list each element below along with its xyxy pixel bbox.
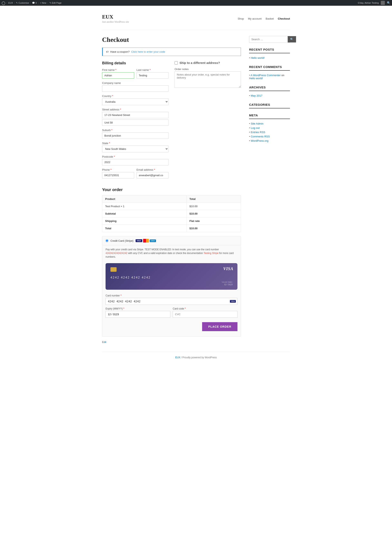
cvc-field: Card code * — [173, 307, 238, 318]
site-footer: EUX / Proudly powered by WordPress — [102, 352, 290, 363]
plus-icon: + — [40, 2, 41, 4]
cc-card-visual: VISA 4242 4242 4242 4242 VALID THRU 12 /… — [105, 263, 238, 290]
card-number-input[interactable] — [105, 298, 238, 305]
order-table: Product Total Test Product × 1 $10.00 — [102, 195, 241, 232]
recent-comments-list: A WordPress Commenter on Hello world! — [249, 73, 290, 80]
expiry-input[interactable] — [105, 311, 170, 318]
search-input[interactable] — [249, 36, 288, 42]
cc-visa-logo: VISA — [223, 266, 233, 271]
edit-page-link[interactable]: Edit — [102, 341, 241, 344]
street2-input[interactable] — [102, 119, 168, 126]
last-name-field: Last name * — [137, 68, 169, 79]
postcode-label: Postcode * — [102, 155, 168, 158]
admin-bar-avatar — [381, 1, 385, 5]
country-select[interactable]: Australia — [102, 98, 168, 105]
mastercard-badge — [143, 239, 149, 243]
ship-different-checkbox[interactable] — [175, 61, 178, 64]
admin-bar-customize[interactable]: ✎ Customise — [16, 2, 29, 4]
recent-comment-item: A WordPress Commenter on Hello world! — [249, 73, 290, 80]
cvc-input[interactable] — [173, 311, 238, 318]
amex-badge: AMEX — [150, 239, 156, 242]
site-admin-link[interactable]: Site Admin — [251, 122, 263, 125]
site-tagline: Just another WordPress site — [102, 21, 129, 23]
search-submit-button[interactable]: 🔍 — [288, 36, 296, 42]
street-input[interactable] — [102, 112, 168, 118]
coupon-link[interactable]: Click here to enter your code — [131, 50, 165, 53]
recent-posts-section: RECENT POSTS Hello world! — [249, 48, 290, 60]
admin-bar-new[interactable]: + New — [40, 2, 46, 4]
logout-link[interactable]: Log out — [251, 126, 259, 129]
admin-bar-sep4: | — [38, 2, 39, 4]
footer-site-link[interactable]: EUX — [175, 356, 180, 359]
recent-comments-section: RECENT COMMENTS A WordPress Commenter on… — [249, 65, 290, 80]
order-item-name: Test Product × 1 — [102, 203, 187, 210]
payment-radio[interactable] — [105, 239, 108, 242]
email-input[interactable] — [137, 172, 169, 178]
commenter-link[interactable]: A WordPress Commenter — [251, 74, 280, 77]
shipping-label: Shipping — [102, 217, 187, 225]
billing-title: Billing details — [102, 61, 168, 65]
comments-rss-link[interactable]: Comments RSS — [251, 135, 270, 138]
archive-item: May 2017 — [249, 93, 290, 98]
total-value: $10.00 — [186, 225, 241, 232]
last-name-input[interactable] — [137, 72, 169, 79]
card-badges: VISA AMEX — [136, 239, 156, 243]
meta-section: META Site Admin Log out Entries RSS Comm… — [249, 113, 290, 143]
archives-title: ARCHIVES — [249, 85, 290, 91]
archives-section: ARCHIVES May 2017 — [249, 85, 290, 98]
meta-item-entries-rss: Entries RSS — [249, 130, 290, 134]
meta-item-siteadmin: Site Admin — [249, 121, 290, 126]
meta-item-logout: Log out — [249, 126, 290, 130]
suburb-input[interactable] — [102, 132, 168, 139]
place-order-button[interactable]: PLACE ORDER — [202, 322, 238, 331]
card-number-label: Card number * — [105, 294, 238, 297]
site-title-link[interactable]: EUX — [102, 14, 113, 20]
total-label: Total — [102, 225, 187, 232]
postcode-input[interactable] — [102, 159, 168, 165]
admin-bar-search[interactable]: 🔍 — [387, 1, 390, 5]
company-input[interactable] — [102, 85, 168, 92]
wp-logo-icon[interactable]: ◯ — [2, 1, 5, 5]
phone-input[interactable] — [102, 172, 134, 178]
postcode-field: Postcode * — [102, 155, 168, 165]
main-content: Checkout 🏷 Have a coupon? Click here to … — [102, 36, 241, 344]
order-notes-input[interactable] — [175, 71, 241, 88]
your-order-section: Your order Product Total Test Product × … — [102, 188, 241, 232]
content-area: Checkout 🏷 Have a coupon? Click here to … — [102, 36, 290, 344]
admin-bar-site[interactable]: EUX — [8, 2, 13, 4]
state-label: State * — [102, 142, 168, 145]
admin-bar-edit-page[interactable]: ✎ Edit Page — [49, 2, 62, 4]
card-number-field: Card number * VISA — [105, 294, 238, 305]
nav-checkout[interactable]: Checkout — [278, 17, 290, 20]
payment-method-row: Credit Card (Stripe) VISA AMEX — [102, 237, 241, 245]
wordpress-link[interactable]: WordPress.org — [251, 139, 268, 142]
admin-bar-greeting[interactable]: G'day, Adrian Testing — [358, 2, 379, 4]
edit-icon: ✎ — [49, 2, 51, 4]
subtotal-value: $10.00 — [186, 210, 241, 217]
card-number-link[interactable]: 4242424242424242 — [105, 252, 127, 255]
nav-myaccount[interactable]: My account — [248, 17, 262, 20]
admin-bar-comments[interactable]: 💬 0 — [32, 2, 37, 4]
archive-link[interactable]: May 2017 — [251, 94, 262, 97]
recent-post-link[interactable]: Hello world! — [251, 56, 265, 59]
recent-posts-list: Hello world! — [249, 56, 290, 60]
coupon-text: Have a coupon? — [110, 50, 130, 53]
testing-stripe-link[interactable]: Testing Stripe — [203, 252, 218, 255]
site-nav: Shop My account Basket Checkout — [238, 17, 290, 20]
meta-item-comments-rss: Comments RSS — [249, 134, 290, 139]
first-name-label: First name * — [102, 68, 134, 71]
street-field: Street address * — [102, 108, 168, 126]
suburb-label: Suburb * — [102, 129, 168, 132]
stripe-info: Pay with your credit card via Stripe. TE… — [102, 245, 241, 261]
nav-basket[interactable]: Basket — [266, 17, 274, 20]
entries-rss-link[interactable]: Entries RSS — [251, 131, 265, 134]
email-field: Email address * — [137, 168, 169, 178]
cc-expiry-display: 12 / 3123 — [224, 283, 232, 285]
shipping-section: Ship to a different address? Order notes — [175, 61, 241, 181]
nav-shop[interactable]: Shop — [238, 17, 244, 20]
comment-post-link[interactable]: Hello world! — [249, 77, 263, 80]
first-name-input[interactable] — [102, 72, 134, 79]
col-product-header: Product — [102, 195, 187, 203]
state-select[interactable]: New South Wales — [102, 146, 168, 152]
payment-section: Credit Card (Stripe) VISA AMEX Pay with … — [102, 236, 241, 337]
